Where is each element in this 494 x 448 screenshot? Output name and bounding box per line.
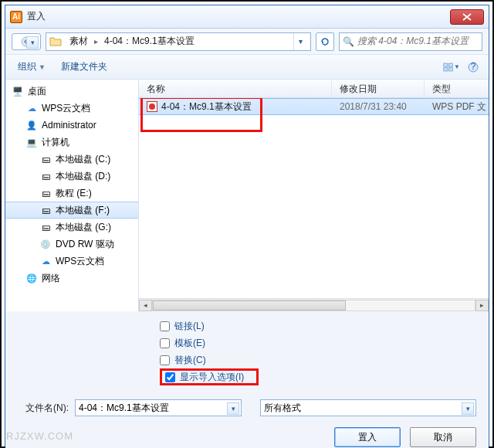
svg-rect-3 — [444, 67, 448, 70]
scroll-track[interactable] — [152, 300, 475, 311]
drive-icon: 🖴 — [39, 170, 52, 182]
file-list: 名称 修改日期 类型 4-04：Mc9.1基本设置 2018/7/31 23:4… — [139, 80, 489, 311]
refresh-button[interactable] — [316, 32, 334, 51]
nav-back-button[interactable]: ▾ — [12, 33, 41, 50]
filetype-combo[interactable]: 所有格式 ▾ — [260, 399, 476, 416]
list-header: 名称 修改日期 类型 — [139, 80, 489, 98]
option-template[interactable]: 模板(E) — [160, 334, 489, 351]
titlebar: Ai 置入 — [5, 5, 489, 29]
tree-dvd[interactable]: 💿DVD RW 驱动 — [5, 236, 138, 253]
drive-icon: 🖴 — [39, 153, 52, 165]
scroll-thumb[interactable] — [153, 300, 346, 311]
tree-wps-cloud[interactable]: ☁WPS云文档 — [5, 100, 138, 117]
organize-menu[interactable]: 组织▼ — [12, 57, 52, 76]
tree-computer[interactable]: 💻计算机 — [5, 134, 138, 151]
filename-row: 文件名(N): 4-04：Mc9.1基本设置 ▾ 所有格式 ▾ — [18, 399, 476, 416]
filetype-value: 所有格式 — [264, 402, 301, 415]
tree-disk-f[interactable]: 🖴本地磁盘 (F:) — [5, 202, 138, 219]
refresh-icon — [320, 36, 330, 47]
filename-value: 4-04：Mc9.1基本设置 — [79, 402, 169, 415]
desktop-icon: 🖥️ — [12, 85, 24, 97]
list-rows[interactable]: 4-04：Mc9.1基本设置 2018/7/31 23:40 WPS PDF 文 — [139, 98, 489, 298]
watermark: RJZXW.COM — [6, 430, 73, 442]
svg-rect-2 — [448, 63, 452, 66]
file-row[interactable]: 4-04：Mc9.1基本设置 2018/7/31 23:40 WPS PDF 文 — [139, 98, 489, 115]
checkbox-link[interactable] — [160, 321, 170, 331]
option-link[interactable]: 链接(L) — [160, 317, 489, 334]
toolbar: 组织▼ 新建文件夹 ▼ ? — [5, 55, 489, 80]
file-type-cell: WPS PDF 文 — [425, 100, 489, 114]
option-show-import[interactable]: 显示导入选项(I) — [160, 368, 259, 385]
tree-wps-cloud-2[interactable]: ☁WPS云文档 — [5, 253, 138, 270]
file-name-cell: 4-04：Mc9.1基本设置 — [139, 100, 332, 114]
place-dialog: Ai 置入 ▾ 素材 ▸ 4-04：Mc9.1基本设置 ▾ 🔍 搜索 4-04：… — [5, 5, 489, 446]
chevron-down-icon[interactable]: ▾ — [462, 402, 474, 415]
folder-icon — [49, 36, 62, 48]
cancel-button[interactable]: 取消 — [410, 427, 476, 447]
dialog-title: 置入 — [27, 10, 450, 23]
svg-text:?: ? — [471, 62, 476, 72]
close-icon — [462, 13, 472, 21]
computer-icon: 💻 — [25, 136, 38, 148]
help-icon: ? — [468, 62, 479, 73]
checkbox-template[interactable] — [160, 338, 170, 348]
bottom-panel: 文件名(N): 4-04：Mc9.1基本设置 ▾ 所有格式 ▾ 置入 取消 — [5, 392, 489, 448]
scroll-left[interactable]: ◂ — [139, 300, 152, 311]
checkbox-replace[interactable] — [160, 355, 170, 365]
drive-icon: 🖴 — [39, 221, 52, 233]
checkbox-show-import[interactable] — [165, 372, 175, 382]
search-icon: 🔍 — [343, 36, 354, 47]
horizontal-scrollbar[interactable]: ◂ ▸ — [139, 298, 489, 311]
tree-desktop[interactable]: 🖥️桌面 — [5, 83, 138, 100]
tree-disk-d[interactable]: 🖴本地磁盘 (D:) — [5, 168, 138, 185]
app-icon: Ai — [10, 11, 22, 23]
tree-network[interactable]: 🌐网络 — [5, 270, 138, 287]
place-button[interactable]: 置入 — [334, 427, 401, 447]
view-mode-button[interactable]: ▼ — [442, 58, 461, 76]
filename-combo[interactable]: 4-04：Mc9.1基本设置 ▾ — [75, 399, 242, 416]
button-row: 置入 取消 — [18, 427, 476, 447]
pdf-icon — [147, 101, 157, 112]
breadcrumb-dropdown[interactable]: ▾ — [293, 33, 307, 50]
option-replace[interactable]: 替换(C) — [160, 351, 489, 368]
tree-disk-c[interactable]: 🖴本地磁盘 (C:) — [5, 151, 138, 168]
user-icon: 👤 — [25, 119, 38, 131]
col-date[interactable]: 修改日期 — [332, 80, 425, 97]
breadcrumb[interactable]: 素材 ▸ 4-04：Mc9.1基本设置 ▾ — [46, 32, 311, 51]
cloud-icon: ☁ — [39, 255, 52, 267]
help-button[interactable]: ? — [464, 58, 482, 76]
col-name[interactable]: 名称 — [139, 80, 332, 97]
options-panel: 链接(L) 模板(E) 替换(C) 显示导入选项(I) — [5, 311, 489, 392]
chevron-right-icon: ▸ — [93, 37, 100, 46]
col-type[interactable]: 类型 — [425, 80, 489, 97]
cloud-icon: ☁ — [25, 102, 38, 114]
scroll-right[interactable]: ▸ — [475, 300, 489, 311]
tree-disk-e[interactable]: 🖴教程 (E:) — [5, 185, 138, 202]
search-placeholder: 搜索 4-04：Mc9.1基本设置 — [357, 35, 469, 48]
chevron-down-icon[interactable]: ▾ — [227, 402, 239, 415]
path-bar: ▾ 素材 ▸ 4-04：Mc9.1基本设置 ▾ 🔍 搜索 4-04：Mc9.1基… — [5, 29, 489, 55]
svg-rect-1 — [444, 63, 448, 66]
filename-label: 文件名(N): — [18, 402, 69, 415]
disc-icon: 💿 — [39, 238, 52, 250]
network-icon: 🌐 — [25, 272, 38, 284]
view-icon — [443, 62, 453, 73]
dialog-body: 🖥️桌面 ☁WPS云文档 👤Administrator 💻计算机 🖴本地磁盘 (… — [5, 80, 489, 311]
svg-rect-4 — [448, 67, 452, 70]
crumb-1[interactable]: 素材 — [65, 33, 93, 50]
folder-tree[interactable]: 🖥️桌面 ☁WPS云文档 👤Administrator 💻计算机 🖴本地磁盘 (… — [5, 80, 139, 311]
drive-icon: 🖴 — [39, 204, 52, 216]
new-folder-button[interactable]: 新建文件夹 — [55, 57, 113, 76]
search-input[interactable]: 🔍 搜索 4-04：Mc9.1基本设置 — [339, 32, 482, 51]
crumb-2[interactable]: 4-04：Mc9.1基本设置 — [100, 33, 199, 50]
close-button[interactable] — [450, 9, 484, 25]
drive-icon: 🖴 — [39, 187, 52, 199]
tree-disk-g[interactable]: 🖴本地磁盘 (G:) — [5, 219, 138, 236]
tree-administrator[interactable]: 👤Administrator — [5, 117, 138, 134]
file-date-cell: 2018/7/31 23:40 — [332, 101, 425, 112]
